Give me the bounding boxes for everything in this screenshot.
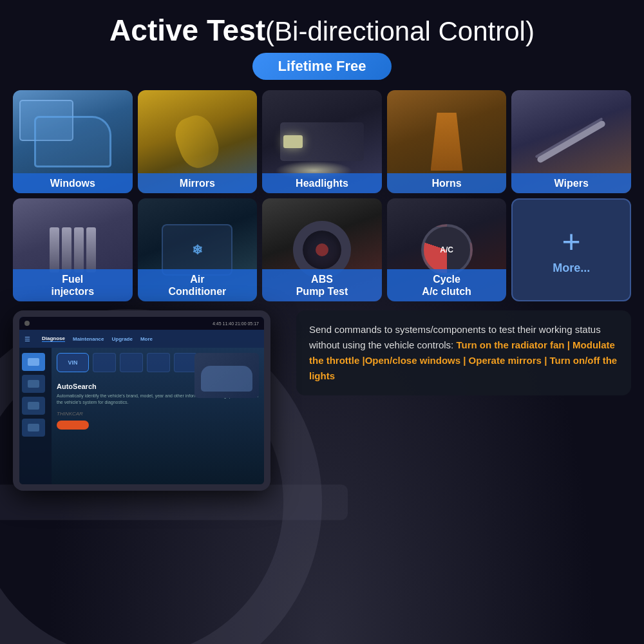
feature-air-conditioner[interactable]: ❄ Air Conditioner xyxy=(138,198,258,301)
tablet-car-preview xyxy=(194,353,259,398)
tablet-sidebar xyxy=(19,348,52,484)
title-normal: (Bi-directional Control) xyxy=(265,16,535,46)
tablet-status-text: 4:45 11:40 21:00 05:17 xyxy=(33,321,259,326)
info-description-box: Send commands to systems/components to t… xyxy=(296,310,631,395)
settings-icon-shape xyxy=(28,424,39,431)
windows-label: Windows xyxy=(13,173,133,193)
tablet-nav-maintenance[interactable]: Maintenance xyxy=(73,336,104,342)
horn-icon xyxy=(431,113,463,171)
vin-badge[interactable]: VIN xyxy=(57,353,89,372)
car-silhouette-icon xyxy=(201,366,252,392)
headlights-label: Headlights xyxy=(262,173,382,193)
injector-unit-1 xyxy=(50,227,59,272)
tablet-nav-diagnose[interactable]: Diagnose xyxy=(42,336,65,342)
feature-fuel-injectors[interactable]: Fuel injectors xyxy=(13,198,133,301)
title-bold: Active Test xyxy=(109,14,265,47)
air-label: Air Conditioner xyxy=(138,269,258,301)
tablet-nav-upgrade[interactable]: Upgrade xyxy=(111,336,132,342)
tablet-main-content: VIN Aut xyxy=(52,348,264,484)
tablet-container: 4:45 11:40 21:00 05:17 ☰ Diagnose Mainte… xyxy=(13,310,283,491)
tablet-icon-btn-2[interactable] xyxy=(120,353,143,372)
tablet-icon-btn-1[interactable] xyxy=(93,353,116,372)
cycle-label: Cycle A/c clutch xyxy=(387,269,507,301)
tablet-nav-bar: ☰ Diagnose Maintenance Upgrade More xyxy=(19,330,264,348)
abs-label: ABS Pump Test xyxy=(262,269,382,301)
feature-headlights[interactable]: Headlights xyxy=(262,90,382,193)
lifetime-free-badge: Lifetime Free xyxy=(252,53,392,80)
tablet-device: 4:45 11:40 21:00 05:17 ☰ Diagnose Mainte… xyxy=(13,310,270,491)
tablet-sidebar-settings-icon[interactable] xyxy=(22,419,45,437)
tablet-body: VIN Aut xyxy=(19,348,264,484)
feature-windows[interactable]: Windows xyxy=(13,90,133,193)
bottom-section: 4:45 11:40 21:00 05:17 ☰ Diagnose Mainte… xyxy=(13,310,631,491)
mirror-icon xyxy=(171,111,225,173)
tablet-menu-icon: ☰ xyxy=(24,336,30,343)
wipers-label: Wipers xyxy=(511,173,631,193)
tablet-icon-btn-3[interactable] xyxy=(147,353,170,372)
injector-icon xyxy=(50,227,96,272)
injector-unit-2 xyxy=(62,227,71,272)
vin-label: VIN xyxy=(68,359,77,366)
feature-abs-pump[interactable]: ABS Pump Test xyxy=(262,198,382,301)
features-row-2: Fuel injectors ❄ Air Conditioner ABS Pum… xyxy=(13,198,631,301)
tablet-camera-icon xyxy=(24,321,30,326)
ac-knob-icon xyxy=(421,224,473,276)
car-icon-shape xyxy=(28,358,39,366)
feature-cycle-ac[interactable]: Cycle A/c clutch xyxy=(387,198,507,301)
tablet-action-button[interactable] xyxy=(57,421,89,430)
ac-icon: ❄ xyxy=(162,224,232,276)
mirrors-label: Mirrors xyxy=(138,173,258,193)
feature-wipers[interactable]: Wipers xyxy=(511,90,631,193)
injector-unit-4 xyxy=(86,227,96,272)
feature-mirrors[interactable]: Mirrors xyxy=(138,90,258,193)
tablet-sidebar-car-icon[interactable] xyxy=(22,353,45,371)
scan-icon-shape xyxy=(28,380,39,388)
tablet-brand: THINKCAR xyxy=(57,411,259,417)
wiper-icon xyxy=(536,120,607,164)
tablet-screen: 4:45 11:40 21:00 05:17 ☰ Diagnose Mainte… xyxy=(19,317,264,484)
report-icon-shape xyxy=(28,402,39,410)
page-title: Active Test(Bi-directional Control) xyxy=(109,13,535,48)
window-car-icon xyxy=(34,116,111,167)
features-row-1: Windows Mirrors Headlights Horns xyxy=(13,90,631,193)
main-content: Active Test(Bi-directional Control) Life… xyxy=(0,0,644,497)
tablet-status-bar: 4:45 11:40 21:00 05:17 xyxy=(19,317,264,330)
headlight-icon xyxy=(280,122,364,161)
fuel-label: Fuel injectors xyxy=(13,269,133,301)
tablet-nav-more[interactable]: More xyxy=(140,336,153,342)
tablet-icon-btn-4[interactable] xyxy=(174,353,197,372)
more-label: More... xyxy=(553,261,590,275)
injector-unit-3 xyxy=(74,227,84,272)
tablet-sidebar-report-icon[interactable] xyxy=(22,397,45,415)
horns-label: Horns xyxy=(387,173,507,193)
tablet-sidebar-scan-icon[interactable] xyxy=(22,375,45,393)
feature-horns[interactable]: Horns xyxy=(387,90,507,193)
feature-more[interactable]: + More... xyxy=(511,198,631,301)
more-plus-icon: + xyxy=(562,225,581,258)
